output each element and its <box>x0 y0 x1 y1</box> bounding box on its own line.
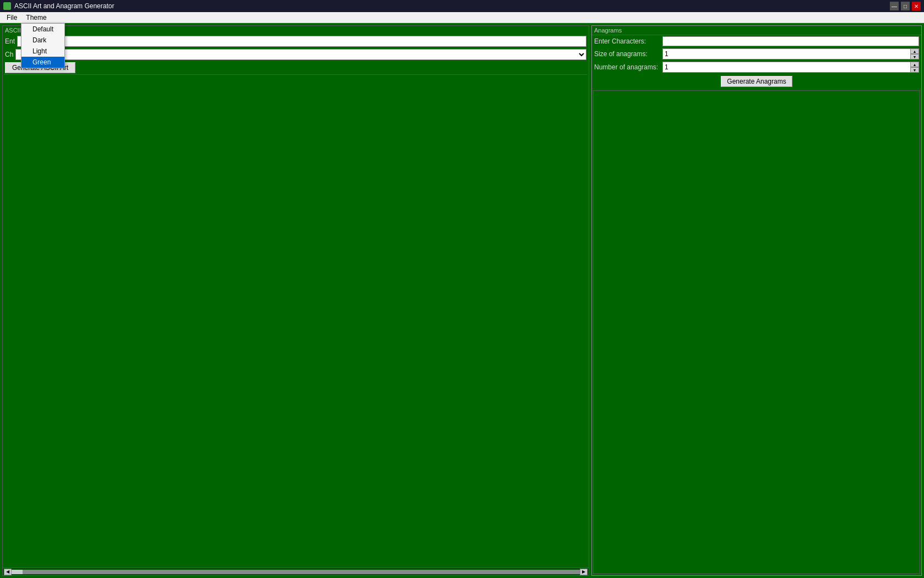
ascii-panel: ASCII Art Ent Ch Generate ASCII Art ◀ ▶ <box>2 25 589 576</box>
number-of-anagrams-input[interactable] <box>662 62 910 73</box>
titlebar: ASCII Art and Anagram Generator — □ ✕ <box>0 0 924 12</box>
titlebar-title: ASCII Art and Anagram Generator <box>3 2 114 10</box>
size-down-button[interactable]: ▼ <box>910 54 919 59</box>
size-of-anagrams-section: Size of anagrams: ▲ ▼ <box>592 47 921 61</box>
size-up-button[interactable]: ▲ <box>910 48 919 54</box>
number-down-button[interactable]: ▼ <box>910 67 919 73</box>
generate-ascii-section: Generate ASCII Art <box>3 61 589 74</box>
number-up-button[interactable]: ▲ <box>910 62 919 67</box>
size-spinner: ▲ ▼ <box>910 48 919 59</box>
theme-light[interactable]: Light <box>21 46 64 57</box>
size-of-anagrams-input[interactable] <box>662 48 910 59</box>
scrollbar-track[interactable] <box>12 570 580 574</box>
anagram-output <box>593 90 920 574</box>
number-spinner-wrap: ▲ ▼ <box>662 62 919 73</box>
number-of-anagrams-label: Number of anagrams: <box>594 63 660 71</box>
scrollbar-thumb[interactable] <box>12 570 23 574</box>
generate-anagrams-button[interactable]: Generate Anagrams <box>721 76 792 87</box>
anagram-panel-header: Anagrams <box>592 26 921 35</box>
theme-dropdown: Default Dark Light Green <box>21 23 65 68</box>
theme-default[interactable]: Default <box>21 24 64 35</box>
scroll-left-arrow[interactable]: ◀ <box>4 569 12 575</box>
menubar: File Theme Default Dark Light Green <box>0 12 924 23</box>
enter-characters-anagram-section: Enter Characters: <box>592 35 921 47</box>
choose-font-section: Ch <box>3 48 589 61</box>
ascii-enter-input[interactable] <box>17 36 586 47</box>
enter-characters-section: Ent <box>3 35 589 48</box>
anagram-characters-input[interactable] <box>662 36 919 46</box>
enter-label: Ent <box>5 37 15 45</box>
size-of-anagrams-label: Size of anagrams: <box>594 50 660 58</box>
close-button[interactable]: ✕ <box>912 2 921 10</box>
ascii-scrollbar[interactable]: ◀ ▶ <box>3 568 589 575</box>
titlebar-title-text: ASCII Art and Anagram Generator <box>14 2 114 10</box>
theme-dark[interactable]: Dark <box>21 35 64 46</box>
maximize-button[interactable]: □ <box>901 2 910 10</box>
number-spinner: ▲ ▼ <box>910 62 919 73</box>
theme-menu[interactable]: Theme <box>21 13 51 23</box>
generate-anagrams-section: Generate Anagrams <box>592 74 921 89</box>
font-select[interactable] <box>15 49 586 60</box>
main-content: ASCII Art Ent Ch Generate ASCII Art ◀ ▶ … <box>0 23 924 578</box>
ascii-output <box>4 74 588 566</box>
number-of-anagrams-section: Number of anagrams: ▲ ▼ <box>592 61 921 74</box>
size-spinner-wrap: ▲ ▼ <box>662 48 919 59</box>
enter-characters-label: Enter Characters: <box>594 37 660 45</box>
ascii-panel-header: ASCII Art <box>3 26 589 35</box>
minimize-button[interactable]: — <box>890 2 899 10</box>
anagram-panel: Anagrams Enter Characters: Size of anagr… <box>591 25 922 576</box>
app-icon <box>3 2 11 10</box>
theme-green[interactable]: Green <box>21 57 64 68</box>
choose-label: Ch <box>5 51 13 58</box>
scroll-right-arrow[interactable]: ▶ <box>580 569 588 575</box>
file-menu[interactable]: File <box>2 13 21 23</box>
titlebar-controls: — □ ✕ <box>890 2 921 10</box>
